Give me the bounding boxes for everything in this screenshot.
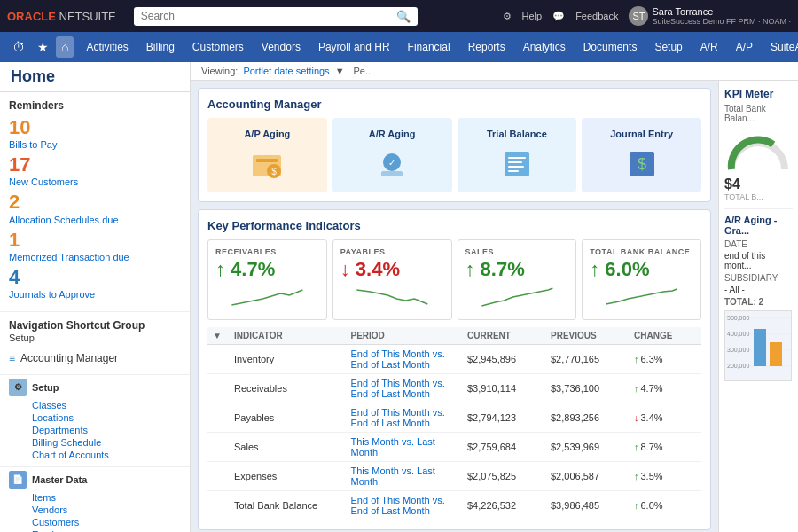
journal-entry-card[interactable]: Journal Entry $ <box>582 118 701 192</box>
nav-shortcut-title: Navigation Shortcut Group Setup <box>9 319 181 344</box>
kpi-change-inventory: ↑ 6.3% <box>634 354 696 364</box>
kpi-previous-payables: $2,893,256 <box>551 412 630 423</box>
ap-aging-card[interactable]: A/P Aging $ <box>207 118 327 192</box>
kpi-bank-chart <box>590 283 693 309</box>
nav-ap[interactable]: A/P <box>727 34 762 60</box>
reminder-allocation-link[interactable]: Allocation Schedules due <box>9 215 119 225</box>
kpi-bank-value: ↑ 6.0% <box>590 258 693 281</box>
portlet-settings-link[interactable]: Portlet date settings <box>243 66 329 76</box>
nav-financial[interactable]: Financial <box>399 34 459 60</box>
nav-shortcut-accounting[interactable]: ≡ Accounting Manager <box>9 349 181 367</box>
nav-suiteapps[interactable]: SuiteApps <box>762 34 798 60</box>
nav-ar[interactable]: A/R <box>692 34 727 60</box>
setup-coa-link[interactable]: Chart of Accounts <box>9 449 181 461</box>
kpi-title: Key Performance Indicators <box>207 219 701 232</box>
reminder-journals-number: 4 <box>9 267 181 288</box>
kpi-period-inventory[interactable]: End of This Month vs. End of Last Month <box>351 348 465 370</box>
reminder-memorized: 1 Memorized Transaction due <box>9 230 181 263</box>
kpi-sales-chart <box>466 283 569 309</box>
nav-vendors[interactable]: Vendors <box>253 34 309 60</box>
search-input[interactable] <box>141 10 396 22</box>
trial-balance-card[interactable]: Trial Balance <box>458 118 577 192</box>
setup-classes-link[interactable]: Classes <box>9 399 181 411</box>
help-link[interactable]: Help <box>522 11 543 21</box>
kpi-previous-receivables: $3,736,100 <box>551 383 630 394</box>
kpi-bank-label: TOTAL BANK BALANCE <box>590 247 693 256</box>
master-vendors-link[interactable]: Vendors <box>9 504 181 516</box>
nav-setup[interactable]: Setup <box>645 34 691 60</box>
accounting-icons: A/P Aging $ <box>207 118 701 192</box>
svg-rect-6 <box>381 171 403 176</box>
kpi-period-sales[interactable]: This Month vs. Last Month <box>351 436 465 458</box>
nav-billing[interactable]: Billing <box>137 34 184 60</box>
kpi-receivables-chart <box>215 283 319 309</box>
master-customers-link[interactable]: Customers <box>9 516 181 528</box>
kpi-meter-value: $4 <box>724 176 793 192</box>
search-bar[interactable]: 🔍 <box>134 7 418 26</box>
nav-activities[interactable]: Activities <box>77 34 137 60</box>
nav-shortcut-accounting-label: Accounting Manager <box>20 352 118 364</box>
gauge-container <box>724 129 792 173</box>
reminder-memorized-link[interactable]: Memorized Transaction due <box>9 252 129 262</box>
reminder-bills-link[interactable]: Bills to Pay <box>9 139 57 150</box>
kpi-receivables: RECEIVABLES ↑ 4.7% <box>207 239 327 320</box>
setup-billing-link[interactable]: Billing Schedule <box>9 436 181 449</box>
setup-departments-link[interactable]: Departments <box>9 424 181 436</box>
kpi-col-period: PERIOD <box>351 331 465 340</box>
nav-payroll[interactable]: Payroll and HR <box>309 34 399 60</box>
kpi-receivables-value: ↑ 4.7% <box>215 258 319 281</box>
ar-total-label: TOTAL: 2 <box>724 297 793 307</box>
master-employees-link[interactable]: Employees <box>9 528 181 532</box>
help-icon: ⚙ <box>503 11 512 22</box>
kpi-col-indicator: INDICATOR <box>234 331 348 340</box>
kpi-current-sales: $2,759,684 <box>467 442 547 452</box>
nav-customers[interactable]: Customers <box>184 34 253 60</box>
nav-home-icon[interactable]: ⌂ <box>56 36 74 58</box>
accounting-manager-card: Accounting Manager A/P Aging $ <box>198 88 711 202</box>
kpi-current-expenses: $2,075,825 <box>467 471 547 481</box>
content-wrapper: Home Reminders 10 Bills to Pay 17 New Cu… <box>0 62 798 532</box>
kpi-period-payables[interactable]: End of This Month vs. End of Last Month <box>351 407 465 428</box>
kpi-period-receivables[interactable]: End of This Month vs. End of Last Month <box>351 378 465 399</box>
master-data-icon: 📄 <box>9 471 27 489</box>
sidebar: Reminders 10 Bills to Pay 17 New Custome… <box>0 92 191 532</box>
nav-star-icon[interactable]: ★ <box>32 36 54 58</box>
oracle-logo: ORACLE NETSUITE <box>7 10 116 23</box>
kpi-row-payables: Payables End of This Month vs. End of La… <box>207 403 701 433</box>
kpi-change-payables: ↓ 3.4% <box>634 412 696 423</box>
kpi-meter-value-label: TOTAL B... <box>724 192 793 201</box>
svg-rect-22 <box>754 329 766 366</box>
nav-documents[interactable]: Documents <box>575 34 646 60</box>
kpi-period-bank[interactable]: End of This Month vs. End of Last Month <box>351 495 465 516</box>
feedback-link[interactable]: Feedback <box>575 11 618 21</box>
reminder-customers-link[interactable]: New Customers <box>9 176 78 187</box>
ar-aging-card[interactable]: A/R Aging ✓ <box>332 118 452 192</box>
kpi-meter-title: KPI Meter <box>724 88 793 100</box>
kpi-change-expenses: ↑ 3.5% <box>634 471 696 481</box>
kpi-bank: TOTAL BANK BALANCE ↑ 6.0% <box>582 239 701 320</box>
ap-aging-graphic: $ <box>249 146 285 182</box>
sidebar-and-title: Home Reminders 10 Bills to Pay 17 New Cu… <box>0 62 191 532</box>
nav-clock-icon[interactable]: ⏱ <box>7 36 30 58</box>
reminder-journals-link[interactable]: Journals to Approve <box>9 289 95 300</box>
setup-locations-link[interactable]: Locations <box>9 411 181 424</box>
kpi-current-inventory: $2,945,896 <box>467 354 547 364</box>
kpi-row-sales: Sales This Month vs. Last Month $2,759,6… <box>207 433 701 462</box>
setup-icon: ⚙ <box>9 379 27 396</box>
kpi-indicator-payables: Payables <box>234 412 348 423</box>
title-bar: Home <box>0 62 190 92</box>
kpi-payables-value: ↓ 3.4% <box>340 258 444 281</box>
svg-text:✓: ✓ <box>388 158 395 168</box>
kpi-table: ▼ INDICATOR PERIOD CURRENT PREVIOUS CHAN… <box>207 327 701 520</box>
header-area: ORACLE NETSUITE 🔍 ⚙ Help 💬 Feedback ST S… <box>0 0 798 62</box>
journal-entry-graphic: $ <box>624 146 660 182</box>
nav-items: Activities Billing Customers Vendors Pay… <box>77 34 798 60</box>
main-content-area: Viewing: Portlet date settings ▼ Pe... A… <box>191 62 798 532</box>
kpi-period-expenses[interactable]: This Month vs. Last Month <box>351 466 465 487</box>
master-items-link[interactable]: Items <box>9 491 181 504</box>
viewing-label: Viewing: <box>201 66 238 76</box>
kpi-current-payables: $2,794,123 <box>467 412 547 423</box>
nav-analytics[interactable]: Analytics <box>514 34 575 60</box>
reminder-customers: 17 New Customers <box>9 154 181 188</box>
nav-reports[interactable]: Reports <box>459 34 514 60</box>
